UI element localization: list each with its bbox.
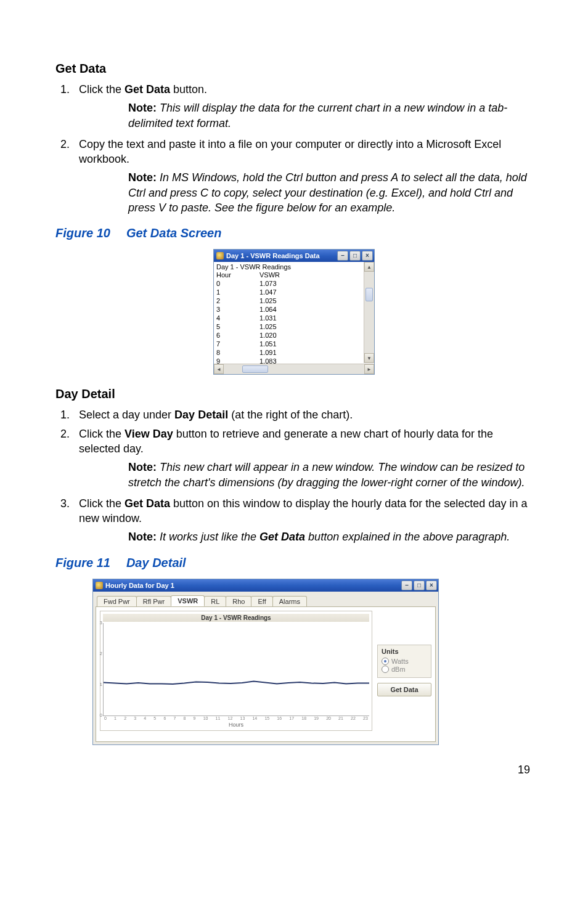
window-body: Day 1 - VSWR Readings Hour VSWR 01.07311… <box>214 262 374 374</box>
x-tick: 15 <box>264 716 269 720</box>
note-1: Note: This will display the data for the… <box>128 100 533 131</box>
note-3: Note: This new chart will appear in a ne… <box>128 460 533 490</box>
scroll-right-icon[interactable]: ► <box>364 364 374 374</box>
col-headers: Hour VSWR <box>216 271 374 279</box>
radio-label: Watts <box>391 658 409 665</box>
note-4: Note: It works just like the Get Data bu… <box>128 529 533 544</box>
tab-fwd-pwr[interactable]: Fwd Pwr <box>97 596 137 606</box>
x-tick: 13 <box>240 716 245 720</box>
x-tick: 12 <box>228 716 233 720</box>
t: It works just like the <box>160 531 259 543</box>
table-row: 81.091 <box>216 348 374 357</box>
units-group: Units Watts dBm <box>377 645 431 678</box>
y-tick: 1 <box>97 682 102 687</box>
table-row: 51.025 <box>216 322 374 331</box>
cell-vswr: 1.073 <box>259 280 333 287</box>
maximize-button[interactable]: □ <box>349 251 361 261</box>
radio-label: dBm <box>391 666 406 673</box>
scroll-up-icon[interactable]: ▲ <box>364 262 374 272</box>
note-label: Note: <box>128 171 157 184</box>
maximize-button[interactable]: □ <box>414 581 425 590</box>
radio-watts[interactable]: Watts <box>382 658 427 665</box>
y-tick: 3 <box>97 620 102 626</box>
step-2: Copy the text and paste it into a file o… <box>73 137 533 215</box>
close-button[interactable]: × <box>362 251 373 261</box>
radio-dbm[interactable]: dBm <box>382 666 427 673</box>
y-tick: 2 <box>97 651 102 656</box>
t: Click the <box>79 428 125 440</box>
tab-rfl-pwr[interactable]: Rfl Pwr <box>136 596 171 606</box>
cell-hour: 5 <box>216 323 259 330</box>
minimize-button[interactable]: – <box>401 581 412 590</box>
cell-vswr: 1.051 <box>259 340 333 348</box>
cell-hour: 6 <box>216 332 259 339</box>
x-tick: 0 <box>104 716 107 720</box>
scroll-track[interactable] <box>224 364 364 374</box>
data-header: Day 1 - VSWR Readings <box>216 263 374 271</box>
t: Click the <box>79 497 125 510</box>
cell-vswr: 1.064 <box>259 306 333 313</box>
x-tick: 5 <box>153 716 156 720</box>
chart-plot: 3210 <box>103 623 369 716</box>
cell-vswr: 1.025 <box>259 323 333 330</box>
cell-hour: 1 <box>216 288 259 296</box>
cell-hour: 8 <box>216 349 259 356</box>
t: Get Data <box>125 497 170 510</box>
table-row: 61.020 <box>216 331 374 340</box>
cell-hour: 2 <box>216 297 259 304</box>
tab-rl[interactable]: RL <box>204 596 226 606</box>
scroll-track[interactable] <box>364 272 374 353</box>
note-text: This will display the data for the curre… <box>128 102 507 129</box>
x-tick: 16 <box>277 716 282 720</box>
window-title: Day 1 - VSWR Readings Data <box>226 252 336 259</box>
x-ticks: 01234567891011121314151617181920212223 <box>103 716 369 720</box>
note-text: It works just like the Get Data button e… <box>160 531 510 543</box>
chart-title: Day 1 - VSWR Readings <box>103 614 369 622</box>
page-number: 19 <box>55 764 533 777</box>
chart-line <box>104 623 369 715</box>
scroll-down-icon[interactable]: ▼ <box>364 353 374 363</box>
note-label: Note: <box>128 461 157 473</box>
step-1: Click the Get Data button. Note: This wi… <box>73 82 533 131</box>
x-tick: 7 <box>173 716 176 720</box>
x-tick: 1 <box>114 716 116 720</box>
t: View Day <box>125 428 173 440</box>
titlebar[interactable]: Day 1 - VSWR Readings Data – □ × <box>214 250 374 262</box>
get-data-button[interactable]: Get Data <box>377 683 431 696</box>
step2-text: Copy the text and paste it into a file o… <box>79 138 501 165</box>
heading-day-detail: Day Detail <box>55 387 533 401</box>
cell-vswr: 1.031 <box>259 314 333 322</box>
x-tick: 9 <box>194 716 196 720</box>
close-button[interactable]: × <box>426 581 437 590</box>
table-row: 31.064 <box>216 305 374 314</box>
fig-title: Day Detail <box>126 556 186 569</box>
tab-alarms[interactable]: Alarms <box>272 596 307 606</box>
tab-rho[interactable]: Rho <box>226 596 251 606</box>
figure10-caption: Figure 10Get Data Screen <box>55 226 533 240</box>
step-3b: Click the Get Data button on this window… <box>73 496 533 545</box>
step-2b: Click the View Day button to retrieve an… <box>73 426 533 490</box>
horizontal-scrollbar[interactable]: ◄ ► <box>214 364 374 374</box>
table-row: 41.031 <box>216 314 374 322</box>
minimize-button[interactable]: – <box>337 251 348 261</box>
table-row: 71.051 <box>216 340 374 348</box>
fig-num: Figure 10 <box>55 226 110 240</box>
scroll-left-icon[interactable]: ◄ <box>214 364 224 374</box>
table-row: 01.073 <box>216 279 374 288</box>
titlebar[interactable]: Hourly Data for Day 1 – □ × <box>93 579 438 592</box>
note-label: Note: <box>128 102 157 114</box>
x-label: Hours <box>103 722 369 728</box>
tab-vswr[interactable]: VSWR <box>171 595 205 606</box>
cell-vswr: 1.047 <box>259 288 333 296</box>
side-panel: Units Watts dBm Get Data <box>377 611 431 731</box>
fig-num: Figure 11 <box>55 556 110 569</box>
vertical-scrollbar[interactable]: ▲ ▼ <box>364 262 374 363</box>
x-tick: 3 <box>134 716 136 720</box>
x-tick: 22 <box>351 716 356 720</box>
tab-eff[interactable]: Eff <box>251 596 272 606</box>
scroll-thumb[interactable] <box>365 288 373 301</box>
figure11-window: Hourly Data for Day 1 – □ × Fwd PwrRfl P… <box>92 579 439 745</box>
t: Get Data <box>259 531 305 543</box>
scroll-thumb[interactable] <box>242 365 268 373</box>
x-tick: 20 <box>326 716 331 720</box>
